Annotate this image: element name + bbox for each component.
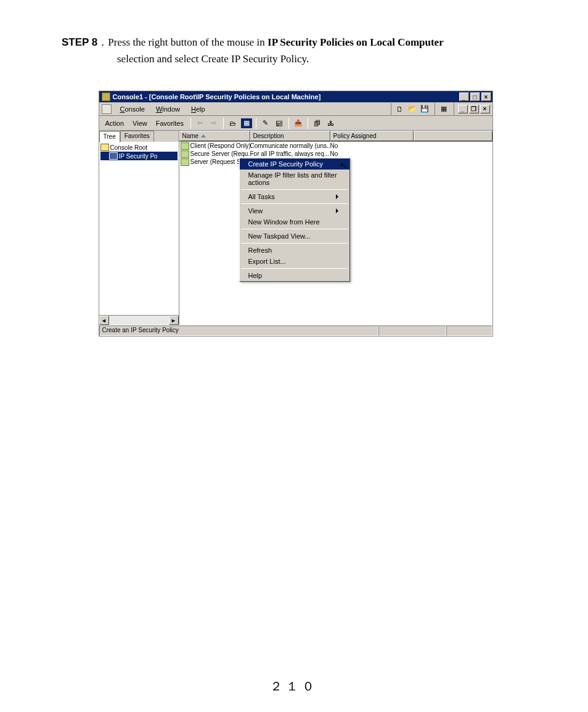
screenshot-window: Console1 - [Console Root\IP Security Pol… — [99, 91, 493, 337]
back-icon[interactable]: ⇦ — [194, 118, 206, 129]
status-text: Create an IP Security Policy — [99, 325, 378, 336]
ipsec-icon — [109, 152, 118, 160]
scroll-right-icon[interactable]: ► — [169, 316, 179, 325]
up-icon[interactable]: 🗁 — [227, 118, 239, 129]
step-label: STEP 8 — [62, 36, 97, 48]
col-policy-assigned[interactable]: Policy Assigned — [330, 131, 414, 141]
doc-close-button[interactable]: × — [480, 105, 490, 113]
export-icon[interactable]: 📤 — [292, 118, 304, 129]
forward-icon[interactable]: ⇨ — [208, 118, 220, 129]
std-toolbar: 🗋 📂 💾 — [391, 103, 431, 115]
menu-bar: Console Window Help 🗋 📂 💾 ▦ _ ❐ × — [99, 102, 492, 116]
context-menu: Create IP Security Policy Manage IP filt… — [239, 158, 350, 282]
status-cell-2 — [378, 325, 446, 336]
refresh-list-icon[interactable]: 🗟 — [273, 118, 285, 129]
save-icon[interactable]: 💾 — [419, 104, 431, 115]
step-instruction-line2: selection and select Create IP Security … — [117, 51, 529, 67]
window-titlebar[interactable]: Console1 - [Console Root\IP Security Pol… — [99, 91, 492, 102]
col-name[interactable]: Name — [179, 131, 250, 141]
tab-tree[interactable]: Tree — [99, 131, 120, 142]
tile-icon[interactable]: ▦ — [438, 104, 450, 115]
window-title: Console1 - [Console Root\IP Security Pol… — [113, 93, 321, 100]
menu-view[interactable]: View — [129, 118, 151, 128]
ctx-new-window[interactable]: New Window from Here — [240, 216, 349, 227]
tree-body[interactable]: Console Root IP Security Po — [99, 142, 179, 315]
col-spacer — [414, 131, 492, 141]
maximize-button[interactable]: □ — [470, 92, 480, 101]
app-icon — [102, 92, 110, 101]
ctx-separator — [241, 203, 348, 204]
policy-item-icon — [181, 142, 189, 150]
tree-node-ipsec[interactable]: IP Security Po — [100, 152, 178, 160]
minimize-button[interactable]: _ — [459, 92, 469, 101]
doc-minimize-button[interactable]: _ — [458, 105, 468, 113]
filter-icon[interactable]: 🖧 — [325, 118, 337, 129]
tab-favorites[interactable]: Favorites — [120, 131, 154, 142]
list-item[interactable]: Client (Respond Only) Communicate normal… — [179, 142, 492, 150]
client-area: Tree Favorites Console Root IP Security … — [99, 131, 492, 325]
ctx-help[interactable]: Help — [240, 270, 349, 281]
tree-root[interactable]: Console Root — [100, 143, 178, 152]
list-header: Name Description Policy Assigned — [179, 131, 492, 142]
submenu-arrow-icon — [336, 208, 338, 213]
step-instruction: STEP 8．Press the right button of the mou… — [62, 34, 529, 51]
menu-favorites[interactable]: Favorites — [152, 118, 187, 128]
close-button[interactable]: × — [481, 92, 491, 101]
policy-item-icon — [181, 158, 189, 166]
ctx-new-taskpad[interactable]: New Taskpad View... — [240, 231, 349, 242]
folder-icon — [100, 144, 109, 151]
sort-asc-icon — [201, 134, 206, 137]
doc-controls: _ ❐ × — [454, 103, 490, 115]
cursor-icon: ↖ — [338, 160, 348, 171]
ctx-manage-filters[interactable]: Manage IP filter lists and filter action… — [240, 170, 349, 188]
tree-scrollbar[interactable]: ◄ ► — [99, 315, 179, 325]
ctx-create-ip-security-policy[interactable]: Create IP Security Policy — [240, 158, 349, 170]
col-description[interactable]: Description — [250, 131, 330, 141]
status-bar: Create an IP Security Policy — [99, 325, 492, 336]
properties-icon[interactable]: ✎ — [259, 118, 272, 129]
submenu-arrow-icon — [336, 194, 338, 199]
tree-pane: Tree Favorites Console Root IP Security … — [99, 131, 179, 325]
ctx-separator — [241, 268, 348, 269]
new-icon[interactable]: 🗋 — [394, 104, 406, 115]
status-cell-3 — [446, 325, 492, 336]
policy-icon[interactable]: 🗐 — [311, 118, 324, 129]
ctx-separator — [241, 229, 348, 229]
ctx-refresh[interactable]: Refresh — [240, 245, 349, 256]
list-pane: Name Description Policy Assigned Client … — [179, 131, 492, 325]
list-item[interactable]: Secure Server (Requ... For all IP traffi… — [179, 150, 492, 158]
view-toolbar: ▦ — [435, 103, 450, 115]
menu-action[interactable]: Action — [102, 118, 128, 128]
policy-item-icon — [181, 150, 189, 158]
ctx-view[interactable]: View — [240, 205, 349, 216]
mmc-icon — [102, 104, 112, 114]
ctx-export-list[interactable]: Export List... — [240, 256, 349, 267]
menu-help[interactable]: Help — [186, 104, 210, 114]
action-toolbar: Action View Favorites ⇦ ⇨ 🗁 ▦ ✎ 🗟 📤 🗐 🖧 — [99, 116, 492, 131]
ctx-separator — [241, 243, 348, 243]
show-hide-icon[interactable]: ▦ — [240, 118, 253, 129]
doc-restore-button[interactable]: ❐ — [469, 105, 479, 113]
page-number: ２１０ — [0, 678, 588, 695]
list-body[interactable]: Client (Respond Only) Communicate normal… — [179, 142, 492, 325]
menu-console[interactable]: Console — [115, 104, 150, 114]
ctx-separator — [241, 189, 348, 190]
ctx-all-tasks[interactable]: All Tasks — [240, 191, 349, 202]
scroll-left-icon[interactable]: ◄ — [99, 316, 109, 325]
open-icon[interactable]: 📂 — [406, 104, 419, 115]
menu-window[interactable]: Window — [151, 104, 185, 114]
